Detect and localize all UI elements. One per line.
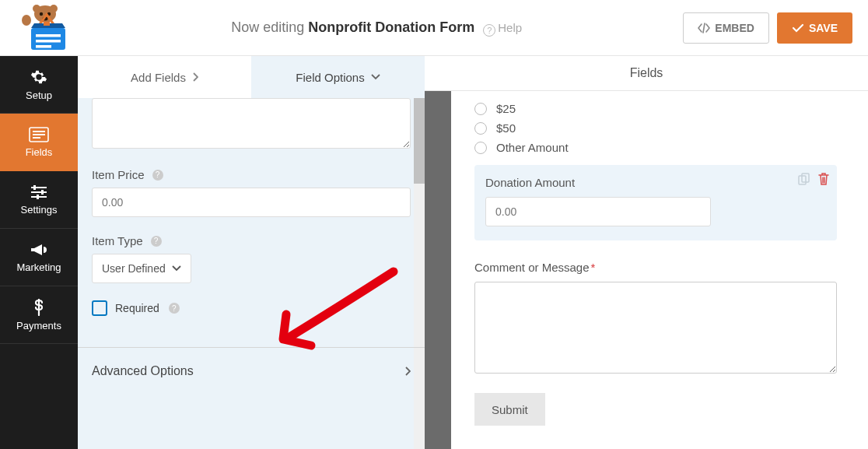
svg-rect-8	[36, 34, 61, 37]
radio-option-50[interactable]: $50	[474, 121, 837, 135]
tab-field-options[interactable]: Field Options	[251, 56, 425, 98]
nav-fields[interactable]: Fields	[0, 114, 78, 171]
nav-setup[interactable]: Setup	[0, 56, 78, 114]
nav-settings[interactable]: Settings	[0, 171, 78, 229]
svg-rect-20	[41, 190, 44, 195]
svg-rect-19	[33, 185, 36, 190]
form-preview: $25 $50 Other Amount Donation Amount Com…	[451, 91, 868, 449]
tab-add-fields[interactable]: Add Fields	[78, 56, 251, 98]
nav-payments[interactable]: Payments	[0, 286, 78, 344]
embed-button[interactable]: EMBED	[683, 12, 769, 44]
duplicate-icon[interactable]	[798, 173, 810, 185]
panel-header: Fields	[425, 56, 868, 91]
donation-amount-input[interactable]	[485, 197, 711, 226]
bullhorn-icon	[30, 242, 48, 258]
svg-rect-15	[33, 137, 40, 139]
svg-point-2	[50, 5, 58, 12]
submit-button[interactable]: Submit	[474, 393, 545, 426]
comment-label: Comment or Message*	[474, 261, 837, 274]
editing-prefix: Now editing	[231, 19, 308, 35]
help-icon: ?	[483, 24, 495, 37]
comment-textarea[interactable]	[474, 282, 837, 374]
radio-icon	[474, 142, 487, 154]
item-price-input[interactable]	[92, 188, 411, 217]
svg-rect-11	[44, 22, 50, 26]
code-icon	[698, 23, 710, 33]
wpforms-logo	[16, 5, 78, 51]
help-tooltip-icon[interactable]: ?	[151, 236, 162, 247]
chevron-right-icon	[404, 367, 411, 376]
page-title: Now editing Nonprofit Donation Form ?Hel…	[78, 19, 675, 37]
dollar-icon	[33, 299, 45, 316]
svg-point-6	[22, 15, 31, 26]
item-type-select[interactable]: User Defined	[92, 254, 191, 283]
gear-icon	[30, 68, 47, 86]
help-tooltip-icon[interactable]: ?	[152, 170, 163, 181]
donation-amount-label: Donation Amount	[485, 176, 826, 189]
svg-rect-21	[37, 195, 39, 199]
field-options-panel: Add Fields Field Options Item Price ?	[78, 56, 425, 449]
check-icon	[792, 23, 804, 33]
radio-option-25[interactable]: $25	[474, 102, 837, 115]
chevron-down-icon	[172, 265, 181, 272]
required-star-icon: *	[591, 261, 596, 274]
nav-marketing[interactable]: Marketing	[0, 229, 78, 286]
radio-option-other[interactable]: Other Amount	[474, 141, 837, 154]
form-name: Nonprofit Donation Form	[308, 19, 474, 35]
advanced-options-toggle[interactable]: Advanced Options	[92, 348, 411, 395]
svg-point-1	[33, 5, 40, 12]
description-textarea[interactable]	[92, 98, 411, 149]
chevron-down-icon	[371, 74, 380, 80]
svg-rect-14	[33, 134, 45, 135]
svg-rect-13	[33, 131, 45, 132]
svg-rect-9	[36, 40, 61, 43]
svg-rect-10	[36, 45, 51, 48]
save-button[interactable]: SAVE	[777, 12, 852, 44]
help-link[interactable]: ?Help	[483, 21, 522, 34]
sidebar-nav: Setup Fields Settings Marketing Payments	[0, 56, 78, 449]
item-type-label: Item Type ?	[92, 234, 411, 247]
chevron-right-icon	[192, 72, 198, 82]
required-checkbox[interactable]	[92, 300, 107, 316]
required-label: Required	[115, 302, 159, 314]
radio-icon	[474, 122, 487, 135]
sliders-icon	[30, 184, 48, 200]
radio-icon	[474, 103, 487, 115]
item-price-label: Item Price ?	[92, 168, 411, 181]
svg-rect-17	[31, 191, 47, 193]
list-icon	[29, 127, 49, 142]
svg-point-3	[40, 12, 43, 15]
trash-icon[interactable]	[818, 173, 829, 185]
selected-field-donation-amount[interactable]: Donation Amount	[474, 165, 837, 240]
help-tooltip-icon[interactable]: ?	[169, 303, 180, 314]
